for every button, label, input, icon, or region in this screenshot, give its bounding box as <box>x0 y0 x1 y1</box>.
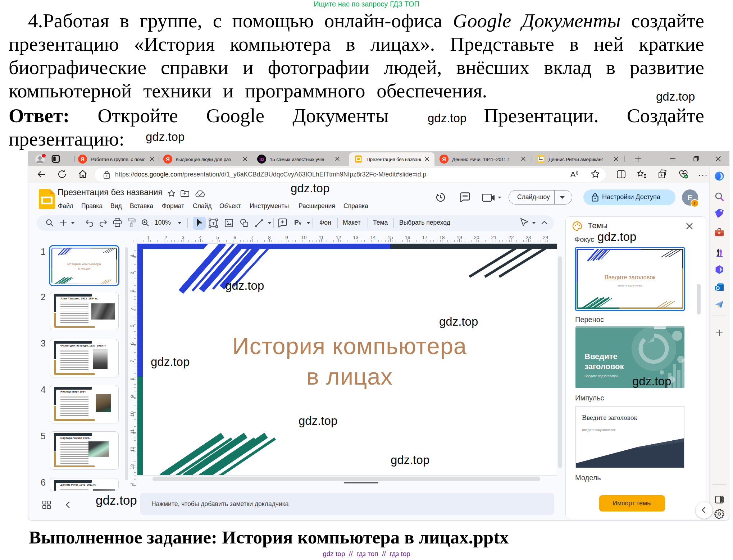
svg-text:Я: Я <box>442 156 446 162</box>
svg-text:в лицах: в лицах <box>78 266 91 270</box>
svg-text:История компьютера: История компьютера <box>232 333 467 359</box>
svg-text:T: T <box>212 221 215 226</box>
svg-text:Введите подзаголовок: Введите подзаголовок <box>618 284 642 287</box>
svg-text:Я: Я <box>166 156 170 162</box>
svg-text:История компьютера: История компьютера <box>67 262 101 266</box>
svg-text:в лицах: в лицах <box>306 363 393 390</box>
svg-text:Я: Я <box>81 156 85 162</box>
svg-text:ID: ID <box>259 157 264 162</box>
svg-text:Введите заголовок: Введите заголовок <box>605 274 656 280</box>
